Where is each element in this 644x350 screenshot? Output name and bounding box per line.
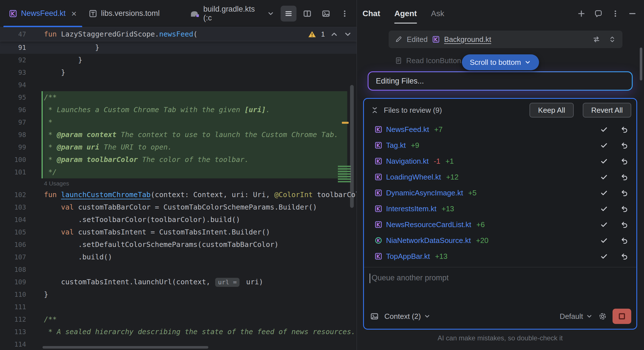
revert-file-button[interactable] (620, 205, 628, 213)
file-row[interactable]: NewsResourceCardList.kt+6 (364, 217, 636, 232)
split-editor-icon[interactable] (299, 6, 315, 22)
code-line[interactable]: 110} (0, 288, 357, 301)
code-line[interactable]: 98 * @param context The context to use t… (0, 129, 357, 141)
line-number[interactable]: 103 (0, 201, 26, 214)
line-number[interactable]: 109 (0, 276, 26, 288)
line-number[interactable]: 94 (0, 79, 26, 91)
line-number[interactable]: 114 (0, 338, 26, 350)
line-number[interactable]: 102 (0, 189, 26, 201)
collapse-icon[interactable] (371, 106, 379, 114)
revert-file-button[interactable] (620, 189, 628, 197)
file-link[interactable]: Navigation.kt (386, 157, 429, 166)
line-number[interactable]: 106 (0, 238, 26, 251)
tab-libs-versions-toml[interactable]: libs.versions.toml (83, 0, 166, 27)
code-line[interactable]: 102fun launchCustomChromeTab(context: Co… (0, 189, 357, 201)
edited-file-step[interactable]: Edited Background.kt (389, 31, 622, 48)
close-tab-icon[interactable]: × (71, 9, 77, 18)
line-number[interactable]: 108 (0, 263, 26, 276)
tab-newsfeed-kt[interactable]: NewsFeed.kt × (3, 0, 83, 27)
file-link[interactable]: InterestsItem.kt (386, 204, 437, 213)
file-link[interactable]: TopAppBar.kt (386, 252, 430, 261)
code-line[interactable]: 106 .setDefaultColorSchemeParams(customT… (0, 238, 357, 251)
line-number[interactable]: 100 (0, 153, 26, 166)
line-number[interactable]: 111 (0, 301, 26, 313)
code-line[interactable]: 108 (0, 263, 357, 276)
revert-file-button[interactable] (620, 125, 628, 133)
accept-file-button[interactable] (600, 189, 608, 197)
code-line[interactable]: 93 } (0, 66, 357, 79)
sticky-line[interactable]: 47 fun LazyStaggeredGridScope.newsFeed( … (0, 27, 357, 41)
line-number[interactable]: 113 (0, 326, 26, 338)
editor-vertical-scrollbar[interactable] (350, 85, 354, 208)
code-line[interactable]: 92 } (0, 54, 357, 66)
file-row[interactable]: LoadingWheel.kt+12 (364, 169, 636, 185)
chat-scrollbar[interactable] (640, 48, 642, 80)
prompt-input[interactable]: Queue another prompt (364, 267, 636, 304)
accept-file-button[interactable] (600, 205, 608, 213)
revert-file-button[interactable] (620, 157, 628, 165)
file-row[interactable]: Navigation.kt-1+1 (364, 153, 636, 169)
tab-ask[interactable]: Ask (431, 0, 444, 27)
line-number[interactable]: 92 (0, 54, 26, 66)
tab-agent[interactable]: Agent (394, 0, 417, 27)
line-number[interactable]: 99 (0, 141, 26, 153)
usages-hint[interactable]: 4 Usages (0, 178, 357, 189)
minimize-icon[interactable] (628, 9, 637, 18)
tab-build-gradle-kts[interactable]: build.gradle.kts (:c (184, 0, 281, 27)
expand-step-icon[interactable] (608, 35, 616, 43)
file-row[interactable]: NiaNetworkDataSource.kt+20 (364, 232, 636, 248)
image-preview-icon[interactable] (318, 6, 334, 22)
revert-file-button[interactable] (620, 252, 628, 260)
accept-file-button[interactable] (600, 252, 608, 260)
code-line[interactable]: 103 val customTabBarColor = CustomTabCol… (0, 201, 357, 214)
line-number[interactable]: 104 (0, 214, 26, 226)
editor-horizontal-scrollbar[interactable] (43, 346, 208, 349)
code-line[interactable]: 101 */ (0, 166, 357, 178)
file-link[interactable]: LoadingWheel.kt (386, 173, 441, 182)
accept-file-button[interactable] (600, 221, 608, 229)
code-editor[interactable]: 91 }92 }93 }9495/**96 * Launches a Custo… (0, 41, 357, 350)
keep-all-button[interactable]: Keep All (529, 103, 573, 118)
code-line[interactable]: 97 * (0, 116, 357, 129)
code-line[interactable]: 109 customTabsIntent.launchUrl(context, … (0, 276, 357, 288)
code-line[interactable]: 104 .setToolbarColor(toolbarColor).build… (0, 214, 357, 226)
stop-generation-button[interactable] (613, 309, 631, 324)
settings-gear-icon[interactable] (598, 312, 607, 321)
chat-history-icon[interactable] (594, 9, 603, 18)
tab-chat[interactable]: Chat (363, 0, 380, 27)
revert-file-button[interactable] (620, 173, 628, 181)
code-line[interactable]: 112/** (0, 313, 357, 326)
file-row[interactable]: Tag.kt+9 (364, 137, 636, 153)
more-options-kebab-icon[interactable] (337, 6, 353, 22)
accept-file-button[interactable] (600, 125, 608, 133)
new-chat-plus-icon[interactable] (577, 9, 586, 18)
model-selector[interactable]: Default (560, 312, 593, 321)
code-line[interactable]: 95/** (0, 91, 357, 104)
file-row[interactable]: DynamicAsyncImage.kt+5 (364, 185, 636, 201)
code-line[interactable]: 100 * @param toolbarColor The color of t… (0, 153, 357, 166)
file-link[interactable]: Tag.kt (386, 141, 406, 150)
file-row[interactable]: NewsFeed.kt+7 (364, 121, 636, 137)
file-row[interactable]: InterestsItem.kt+13 (364, 201, 636, 217)
file-link[interactable]: NewsResourceCardList.kt (386, 220, 471, 229)
revert-file-button[interactable] (620, 221, 628, 229)
accept-file-button[interactable] (600, 141, 608, 149)
code-line[interactable]: 96 * Launches a Custom Chrome Tab with t… (0, 104, 357, 116)
previous-problem-icon[interactable] (330, 30, 338, 39)
accept-file-button[interactable] (600, 157, 608, 165)
revert-file-button[interactable] (620, 141, 628, 149)
code-line[interactable]: 91 } (0, 41, 357, 54)
accept-file-button[interactable] (600, 173, 608, 181)
line-number[interactable]: 91 (0, 41, 26, 54)
line-number[interactable]: 97 (0, 116, 26, 129)
line-number[interactable]: 110 (0, 288, 26, 301)
line-number[interactable]: 107 (0, 251, 26, 263)
code-line[interactable]: 111 (0, 301, 357, 313)
attach-image-icon[interactable] (370, 312, 379, 321)
file-link[interactable]: DynamicAsyncImage.kt (386, 189, 463, 197)
code-line[interactable]: 105 val customTabsIntent = CustomTabsInt… (0, 226, 357, 238)
code-line[interactable]: 99 * @param uri The URI to open. (0, 141, 357, 153)
code-line[interactable]: 107 .build() (0, 251, 357, 263)
show-diff-icon[interactable] (592, 35, 600, 43)
revert-file-button[interactable] (620, 236, 628, 244)
